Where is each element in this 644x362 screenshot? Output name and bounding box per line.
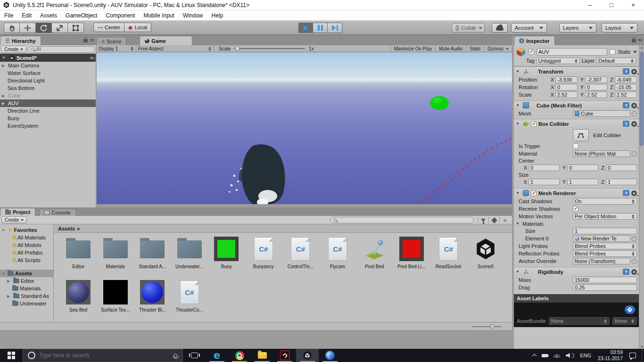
tree-editor[interactable]: ▶Editor — [0, 277, 53, 285]
favorites-root[interactable]: ▼★Favorites — [0, 226, 53, 234]
position-y-field[interactable]: -2.307 — [585, 76, 607, 83]
foldout-icon[interactable]: ▼ — [516, 122, 521, 126]
game-viewport[interactable] — [97, 52, 512, 204]
mesh-renderer-header[interactable]: ▼ Mesh Renderer ? — [514, 188, 639, 197]
wifi-icon[interactable] — [551, 349, 563, 362]
cast-shadows-dropdown[interactable]: On — [573, 198, 637, 205]
file-explorer-taskbar-button[interactable] — [251, 349, 273, 362]
tree-underwater[interactable]: Underwater — [0, 300, 53, 307]
favorites-star-icon[interactable]: ★ — [499, 217, 510, 223]
show-desktop-button[interactable] — [642, 349, 644, 362]
mesh-object-field[interactable]: Cube — [573, 110, 630, 117]
help-icon[interactable]: ? — [623, 190, 629, 196]
scale-slider-knob[interactable] — [235, 46, 239, 50]
action-center-button[interactable] — [627, 349, 639, 362]
step-button[interactable] — [328, 23, 342, 33]
expand-arrow-icon[interactable]: ▶ — [2, 64, 7, 68]
foldout-icon[interactable]: ▼ — [1, 228, 6, 232]
edge-taskbar-button[interactable]: e — [206, 349, 228, 362]
size-y-field[interactable]: 1 — [567, 179, 598, 185]
asset-scene0-scene[interactable]: Scene0 — [467, 237, 504, 280]
microphone-icon[interactable] — [174, 354, 177, 358]
gizmos-button[interactable]: Gizmos — [484, 45, 512, 52]
display-dropdown[interactable]: Display 1 — [97, 45, 136, 52]
asset-buoyancy-script[interactable]: C#Buoyancy — [245, 237, 282, 280]
project-create-button[interactable]: Create — [1, 216, 27, 223]
static-checkbox[interactable] — [610, 49, 615, 55]
close-button[interactable]: × — [622, 0, 644, 10]
scale-y-field[interactable]: 2.52 — [585, 91, 607, 98]
start-button[interactable] — [0, 349, 23, 362]
hierarchy-search-field[interactable]: All — [28, 46, 95, 53]
asset-materials-folder[interactable]: Materials — [97, 237, 134, 280]
chrome-taskbar-button[interactable] — [228, 349, 251, 362]
center-z-field[interactable]: 0 — [606, 165, 637, 171]
asset-controlthruster-script[interactable]: C#ControlThr... — [282, 237, 319, 280]
move-tool-button[interactable] — [20, 23, 36, 33]
menu-mobile-input[interactable]: Mobile Input — [139, 10, 178, 21]
favorites-all-models[interactable]: All Models — [0, 241, 53, 249]
asset-standard-assets-folder[interactable]: Standard A... — [134, 237, 171, 280]
transform-header[interactable]: ▼ Transform ? — [514, 66, 639, 76]
asset-pool-bed-prefab[interactable]: Pool Bed — [356, 237, 393, 280]
taskbar-search-box[interactable] — [23, 349, 183, 362]
hierarchy-create-button[interactable]: Create — [1, 46, 26, 53]
asset-surface-texture[interactable]: Surface Tex... — [97, 280, 134, 322]
panel-menu-icon[interactable]: ▾≡ — [638, 38, 642, 42]
pivot-local-button[interactable]: ◉Local — [124, 23, 151, 32]
lock-icon[interactable] — [83, 39, 88, 42]
layers-button[interactable]: Layers — [559, 23, 596, 33]
foldout-icon[interactable]: ▼ — [516, 270, 521, 274]
favorites-all-materials[interactable]: All Materials — [0, 234, 53, 241]
layout-button[interactable]: Layout — [602, 23, 637, 33]
scale-z-field[interactable]: 2.52 — [615, 91, 637, 98]
drag-field[interactable]: 0.25 — [573, 284, 637, 291]
position-x-field[interactable]: -3.939 — [555, 76, 578, 83]
tray-chevron-icon[interactable] — [530, 349, 539, 362]
gear-icon[interactable] — [631, 121, 637, 127]
maximize-button[interactable]: □ — [601, 0, 622, 10]
assetbundle-variant-dropdown[interactable]: None — [612, 317, 637, 325]
hierarchy-item-buoy[interactable]: Buoy — [0, 115, 96, 122]
expand-arrow-icon[interactable]: ▶ — [7, 294, 12, 298]
receive-shadows-checkbox[interactable] — [573, 206, 578, 212]
element0-material-field[interactable]: New Render Te — [573, 235, 630, 242]
hierarchy-item-auv[interactable]: ▶AUV — [0, 99, 96, 107]
task-view-button[interactable] — [183, 349, 206, 362]
gameobject-name-field[interactable] — [537, 48, 607, 56]
menu-component[interactable]: Component — [101, 10, 139, 21]
physic-material-field[interactable]: None (Physic Mat — [573, 150, 630, 157]
collab-button[interactable]: ✓Collab — [452, 23, 485, 33]
clock[interactable]: 03:59 23-11-2017 — [594, 349, 627, 362]
menu-gameobject[interactable]: GameObject — [61, 10, 101, 21]
gear-icon[interactable] — [631, 269, 637, 275]
is-trigger-checkbox[interactable] — [573, 143, 578, 149]
favorites-all-scripts[interactable]: All Scripts — [0, 256, 53, 264]
asset-zoom-slider[interactable] — [472, 326, 502, 327]
account-button[interactable]: Account — [511, 23, 547, 33]
mass-field[interactable]: 15000 — [573, 277, 637, 283]
hierarchy-item-main-camera[interactable]: ▶Main Camera — [0, 62, 96, 69]
foldout-icon[interactable]: ▼ — [516, 69, 521, 74]
object-picker-icon[interactable] — [632, 151, 637, 156]
rect-tool-button[interactable] — [68, 23, 84, 33]
taskbar-search-input[interactable] — [39, 352, 170, 359]
project-search-input[interactable] — [338, 218, 471, 223]
active-checkbox[interactable] — [528, 49, 534, 55]
expand-arrow-icon[interactable]: ▶ — [7, 279, 12, 283]
foldout-icon[interactable]: ▼ — [516, 103, 521, 107]
hierarchy-item-eventsystem[interactable]: EventSystem — [0, 122, 96, 130]
assetbundle-dropdown[interactable]: None — [549, 317, 610, 325]
volume-icon[interactable] — [563, 349, 577, 362]
hand-tool-button[interactable] — [4, 23, 20, 33]
asset-pool-bed-light-material[interactable]: Pool Bed Li... — [393, 237, 430, 280]
stats-button[interactable]: Stats — [466, 45, 484, 52]
battery-icon[interactable] — [539, 349, 551, 362]
menu-window[interactable]: Window — [179, 10, 207, 21]
hierarchy-item-sea-bottom[interactable]: Sea Bottom — [0, 84, 96, 92]
favorites-all-prefabs[interactable]: All Prefabs — [0, 249, 53, 256]
asset-thrustercontrol-script[interactable]: C#ThrusterCo... — [171, 280, 208, 322]
inspector-scrollbar[interactable]: ▲ ▼ — [639, 45, 644, 349]
asset-editor-folder[interactable]: Editor — [60, 237, 97, 280]
scroll-down-icon[interactable]: ▼ — [640, 345, 644, 348]
